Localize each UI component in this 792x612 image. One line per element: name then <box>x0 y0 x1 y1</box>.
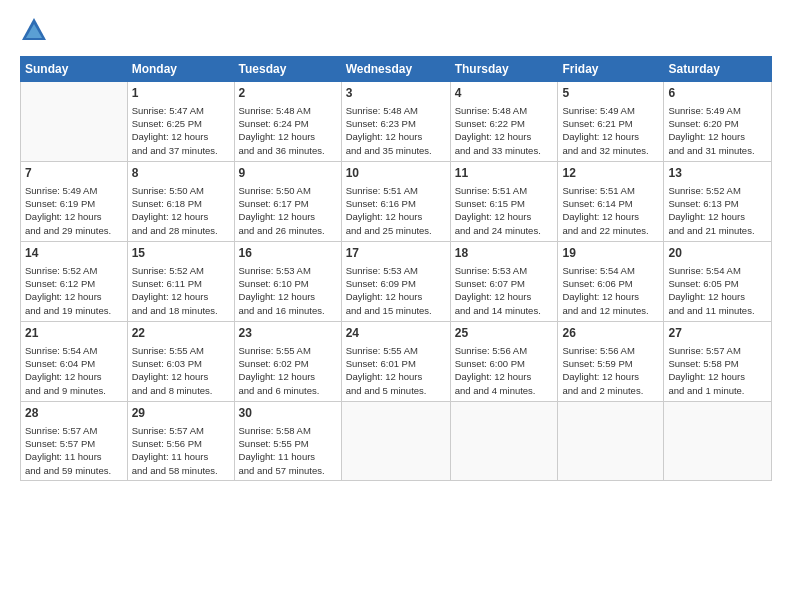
daylight-text-1: Daylight: 11 hours <box>132 451 209 462</box>
daylight-text-1: Daylight: 12 hours <box>455 131 532 142</box>
calendar-cell: 15Sunrise: 5:52 AMSunset: 6:11 PMDayligh… <box>127 242 234 322</box>
day-number: 1 <box>132 85 230 102</box>
sunset-text: Sunset: 5:56 PM <box>132 438 202 449</box>
calendar-cell: 18Sunrise: 5:53 AMSunset: 6:07 PMDayligh… <box>450 242 558 322</box>
day-header-wednesday: Wednesday <box>341 57 450 82</box>
day-number: 16 <box>239 245 337 262</box>
sunrise-text: Sunrise: 5:53 AM <box>239 265 311 276</box>
sunrise-text: Sunrise: 5:54 AM <box>668 265 740 276</box>
day-number: 26 <box>562 325 659 342</box>
calendar-cell <box>558 402 664 481</box>
daylight-text-2: and and 8 minutes. <box>132 385 213 396</box>
daylight-text-1: Daylight: 11 hours <box>239 451 316 462</box>
day-number: 25 <box>455 325 554 342</box>
day-number: 15 <box>132 245 230 262</box>
daylight-text-2: and and 19 minutes. <box>25 305 111 316</box>
sunrise-text: Sunrise: 5:54 AM <box>25 345 97 356</box>
day-number: 4 <box>455 85 554 102</box>
calendar-cell: 29Sunrise: 5:57 AMSunset: 5:56 PMDayligh… <box>127 402 234 481</box>
daylight-text-2: and and 12 minutes. <box>562 305 648 316</box>
daylight-text-2: and and 25 minutes. <box>346 225 432 236</box>
sunrise-text: Sunrise: 5:58 AM <box>239 425 311 436</box>
calendar-cell: 1Sunrise: 5:47 AMSunset: 6:25 PMDaylight… <box>127 82 234 162</box>
calendar-week-1: 1Sunrise: 5:47 AMSunset: 6:25 PMDaylight… <box>21 82 772 162</box>
calendar-cell <box>21 82 128 162</box>
daylight-text-1: Daylight: 12 hours <box>346 131 423 142</box>
daylight-text-2: and and 24 minutes. <box>455 225 541 236</box>
calendar-cell: 22Sunrise: 5:55 AMSunset: 6:03 PMDayligh… <box>127 322 234 402</box>
sunset-text: Sunset: 6:17 PM <box>239 198 309 209</box>
sunset-text: Sunset: 6:14 PM <box>562 198 632 209</box>
daylight-text-1: Daylight: 12 hours <box>132 131 209 142</box>
daylight-text-1: Daylight: 12 hours <box>132 291 209 302</box>
calendar-cell: 13Sunrise: 5:52 AMSunset: 6:13 PMDayligh… <box>664 162 772 242</box>
calendar-cell: 30Sunrise: 5:58 AMSunset: 5:55 PMDayligh… <box>234 402 341 481</box>
daylight-text-1: Daylight: 12 hours <box>239 371 316 382</box>
day-number: 29 <box>132 405 230 422</box>
sunset-text: Sunset: 6:22 PM <box>455 118 525 129</box>
calendar-cell: 3Sunrise: 5:48 AMSunset: 6:23 PMDaylight… <box>341 82 450 162</box>
day-header-tuesday: Tuesday <box>234 57 341 82</box>
sunrise-text: Sunrise: 5:56 AM <box>562 345 634 356</box>
calendar-cell: 11Sunrise: 5:51 AMSunset: 6:15 PMDayligh… <box>450 162 558 242</box>
day-number: 27 <box>668 325 767 342</box>
calendar-cell: 12Sunrise: 5:51 AMSunset: 6:14 PMDayligh… <box>558 162 664 242</box>
sunset-text: Sunset: 6:19 PM <box>25 198 95 209</box>
calendar-week-5: 28Sunrise: 5:57 AMSunset: 5:57 PMDayligh… <box>21 402 772 481</box>
day-number: 13 <box>668 165 767 182</box>
sunset-text: Sunset: 6:07 PM <box>455 278 525 289</box>
day-number: 8 <box>132 165 230 182</box>
sunset-text: Sunset: 6:24 PM <box>239 118 309 129</box>
calendar-cell: 10Sunrise: 5:51 AMSunset: 6:16 PMDayligh… <box>341 162 450 242</box>
day-number: 18 <box>455 245 554 262</box>
calendar-week-2: 7Sunrise: 5:49 AMSunset: 6:19 PMDaylight… <box>21 162 772 242</box>
calendar: SundayMondayTuesdayWednesdayThursdayFrid… <box>20 56 772 481</box>
daylight-text-2: and and 32 minutes. <box>562 145 648 156</box>
sunset-text: Sunset: 6:04 PM <box>25 358 95 369</box>
day-number: 19 <box>562 245 659 262</box>
sunrise-text: Sunrise: 5:52 AM <box>668 185 740 196</box>
sunrise-text: Sunrise: 5:55 AM <box>132 345 204 356</box>
sunset-text: Sunset: 6:01 PM <box>346 358 416 369</box>
sunset-text: Sunset: 6:11 PM <box>132 278 202 289</box>
sunset-text: Sunset: 6:25 PM <box>132 118 202 129</box>
calendar-cell <box>450 402 558 481</box>
calendar-cell: 7Sunrise: 5:49 AMSunset: 6:19 PMDaylight… <box>21 162 128 242</box>
day-number: 30 <box>239 405 337 422</box>
daylight-text-1: Daylight: 12 hours <box>455 371 532 382</box>
daylight-text-2: and and 14 minutes. <box>455 305 541 316</box>
day-number: 10 <box>346 165 446 182</box>
sunrise-text: Sunrise: 5:53 AM <box>455 265 527 276</box>
sunset-text: Sunset: 6:18 PM <box>132 198 202 209</box>
sunset-text: Sunset: 5:55 PM <box>239 438 309 449</box>
day-header-thursday: Thursday <box>450 57 558 82</box>
daylight-text-2: and and 29 minutes. <box>25 225 111 236</box>
daylight-text-1: Daylight: 12 hours <box>562 211 639 222</box>
daylight-text-1: Daylight: 12 hours <box>239 211 316 222</box>
calendar-cell: 19Sunrise: 5:54 AMSunset: 6:06 PMDayligh… <box>558 242 664 322</box>
daylight-text-2: and and 36 minutes. <box>239 145 325 156</box>
daylight-text-1: Daylight: 12 hours <box>346 371 423 382</box>
daylight-text-2: and and 57 minutes. <box>239 465 325 476</box>
daylight-text-2: and and 5 minutes. <box>346 385 427 396</box>
sunset-text: Sunset: 5:58 PM <box>668 358 738 369</box>
daylight-text-1: Daylight: 12 hours <box>239 131 316 142</box>
daylight-text-1: Daylight: 12 hours <box>562 291 639 302</box>
day-number: 28 <box>25 405 123 422</box>
sunrise-text: Sunrise: 5:52 AM <box>132 265 204 276</box>
logo-icon <box>20 16 48 44</box>
daylight-text-1: Daylight: 12 hours <box>25 291 102 302</box>
daylight-text-1: Daylight: 12 hours <box>239 291 316 302</box>
sunrise-text: Sunrise: 5:55 AM <box>239 345 311 356</box>
sunset-text: Sunset: 6:16 PM <box>346 198 416 209</box>
calendar-cell: 9Sunrise: 5:50 AMSunset: 6:17 PMDaylight… <box>234 162 341 242</box>
daylight-text-1: Daylight: 12 hours <box>132 211 209 222</box>
calendar-cell: 25Sunrise: 5:56 AMSunset: 6:00 PMDayligh… <box>450 322 558 402</box>
day-number: 2 <box>239 85 337 102</box>
page: SundayMondayTuesdayWednesdayThursdayFrid… <box>0 0 792 612</box>
day-number: 11 <box>455 165 554 182</box>
day-header-saturday: Saturday <box>664 57 772 82</box>
sunset-text: Sunset: 6:15 PM <box>455 198 525 209</box>
daylight-text-2: and and 33 minutes. <box>455 145 541 156</box>
day-header-friday: Friday <box>558 57 664 82</box>
